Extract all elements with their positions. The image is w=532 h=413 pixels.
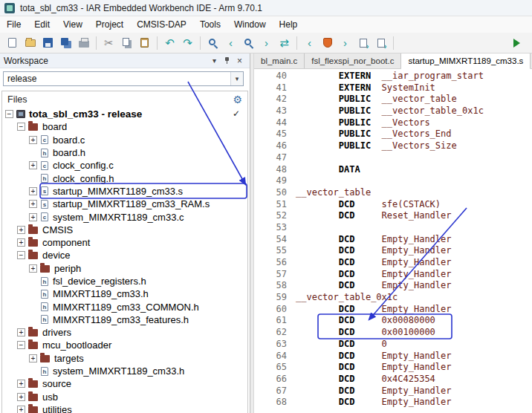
save-icon[interactable] — [39, 35, 56, 51]
code-line[interactable]: 41 EXTERN SystemInit — [254, 82, 532, 94]
code-line[interactable]: 64 DCD Empty_Handler — [254, 351, 532, 362]
code-line[interactable]: 57 DCD Empty_Handler — [254, 269, 532, 281]
save-all-icon[interactable] — [57, 35, 74, 51]
code-line[interactable]: 47 — [254, 152, 532, 164]
code-line[interactable]: 60 DCD Empty_Handler — [254, 304, 532, 316]
code-line[interactable]: 54 DCD Empty_Handler — [254, 234, 532, 246]
tab-startup-mimxrt1189-cm33-s[interactable]: startup_MIMXRT1189_cm33.s — [401, 53, 531, 69]
line-number[interactable]: 44 — [254, 117, 296, 129]
code-line[interactable]: 66 DCD 0x4C425354 — [254, 374, 532, 386]
tree-item-clock-config-h[interactable]: hclock_config.h — [2, 172, 247, 184]
code-line[interactable]: 52 DCD Reset_Handler — [254, 210, 532, 222]
code-line[interactable]: 48 DATA — [254, 164, 532, 176]
open-header-source-icon[interactable] — [354, 35, 372, 51]
paste-icon[interactable] — [136, 35, 153, 51]
code-line[interactable]: 49 — [254, 175, 532, 187]
expand-icon[interactable]: + — [17, 380, 25, 388]
tree-item-source[interactable]: +source — [2, 377, 247, 390]
code-line[interactable]: 61 DCD 0x00080000 — [254, 315, 532, 327]
expand-icon[interactable]: + — [17, 238, 25, 247]
tree-item-board-h[interactable]: hboard.h — [2, 146, 247, 159]
line-number[interactable]: 67 — [254, 386, 296, 397]
tree-item-mimxrt1189-cm33-features-h[interactable]: hMIMXRT1189_cm33_features.h — [2, 313, 247, 326]
line-number[interactable]: 62 — [254, 327, 296, 339]
line-number[interactable]: 58 — [254, 280, 296, 292]
tree-item-usb[interactable]: +usb — [2, 391, 247, 403]
line-number[interactable]: 49 — [254, 175, 296, 187]
code-area[interactable]: 40 EXTERN __iar_program_start41 EXTERN S… — [254, 69, 532, 413]
find-in-files-icon[interactable] — [240, 35, 257, 51]
code-line[interactable]: 62 DCD 0x00100000 — [254, 327, 532, 339]
tree-item-component[interactable]: +component — [2, 236, 247, 249]
gear-icon[interactable]: ⚙ — [233, 94, 242, 105]
menu-edit[interactable]: Edit — [27, 17, 56, 32]
configuration-dropdown[interactable]: release ▾ — [3, 71, 244, 86]
tab-bl-main-c[interactable]: bl_main.c — [254, 53, 305, 68]
code-line[interactable]: 59__vector_table_0x1c — [254, 292, 532, 304]
menu-project[interactable]: Project — [89, 17, 130, 32]
dropdown-arrow-icon[interactable]: ▾ — [230, 72, 243, 85]
cut-icon[interactable]: ✂ — [100, 35, 117, 51]
expand-icon[interactable]: + — [17, 328, 25, 336]
pin-icon[interactable] — [221, 55, 233, 67]
tree-item-system-mimxrt1189-cm33-c[interactable]: +csystem_MIMXRT1189_cm33.c — [2, 210, 247, 223]
line-number[interactable]: 54 — [254, 234, 296, 246]
tree-item-startup-mimxrt1189-cm33-ram-s[interactable]: +sstartup_MIMXRT1189_cm33_RAM.s — [2, 198, 247, 210]
line-number[interactable]: 43 — [254, 105, 296, 117]
line-number[interactable]: 68 — [254, 397, 296, 409]
line-number[interactable]: 47 — [254, 152, 296, 164]
tree-item-mimxrt1189-cm33-h[interactable]: hMIMXRT1189_cm33.h — [2, 287, 247, 300]
navigate-back-icon[interactable]: ‹ — [301, 35, 318, 51]
line-number[interactable]: 53 — [254, 222, 296, 234]
tree-item-board[interactable]: −board — [2, 120, 247, 133]
menu-window[interactable]: Window — [227, 17, 273, 32]
toggle-header-icon[interactable] — [372, 35, 389, 51]
code-line[interactable]: 42 PUBLIC __vector_table — [254, 94, 532, 105]
line-number[interactable]: 59 — [254, 292, 296, 304]
collapse-icon[interactable]: − — [17, 251, 25, 259]
line-number[interactable]: 55 — [254, 245, 296, 257]
menu-help[interactable]: Help — [273, 17, 305, 32]
collapse-icon[interactable]: − — [17, 341, 25, 349]
tree-item-tota-sbl-cm33-release[interactable]: −tota_sbl_cm33 - release✓ — [2, 108, 247, 120]
line-number[interactable]: 42 — [254, 94, 296, 105]
code-line[interactable]: 40 EXTERN __iar_program_start — [254, 71, 532, 82]
line-number[interactable]: 65 — [254, 362, 296, 374]
line-number[interactable]: 46 — [254, 140, 296, 152]
copy-icon[interactable] — [118, 35, 135, 51]
code-line[interactable]: 63 DCD 0 — [254, 339, 532, 351]
line-number[interactable]: 40 — [254, 71, 296, 82]
line-number[interactable]: 60 — [254, 304, 296, 316]
code-line[interactable]: 68 DCD Empty_Handler — [254, 397, 532, 409]
expand-icon[interactable]: + — [29, 264, 37, 273]
code-line[interactable]: 53 — [254, 222, 532, 234]
menu-tools[interactable]: Tools — [193, 17, 227, 32]
code-line[interactable]: 43 PUBLIC __vector_table_0x1c — [254, 105, 532, 117]
download-and-debug-icon[interactable] — [508, 35, 525, 51]
tree-item-mcu-bootloader[interactable]: −mcu_bootloader — [2, 339, 247, 351]
code-line[interactable]: 50__vector_table — [254, 187, 532, 199]
code-line[interactable]: 56 DCD Empty_Handler — [254, 257, 532, 269]
line-number[interactable]: 51 — [254, 199, 296, 211]
tree-item-periph[interactable]: +periph — [2, 262, 247, 275]
find-next-icon[interactable]: › — [258, 35, 275, 51]
print-icon[interactable] — [75, 35, 92, 51]
line-number[interactable]: 45 — [254, 129, 296, 140]
menu-file[interactable]: File — [0, 17, 27, 32]
line-number[interactable]: 52 — [254, 210, 296, 222]
replace-icon[interactable]: ⇄ — [276, 35, 293, 51]
tree-item-utilities[interactable]: +utilities — [2, 403, 247, 413]
line-number[interactable]: 63 — [254, 339, 296, 351]
redo-icon[interactable]: ↷ — [179, 35, 196, 51]
tree-item-system-mimxrt1189-cm33-h[interactable]: hsystem_MIMXRT1189_cm33.h — [2, 365, 247, 377]
code-line[interactable]: 65 DCD Empty_Handler — [254, 362, 532, 374]
download-flash-icon[interactable] — [319, 35, 336, 51]
line-number[interactable]: 64 — [254, 351, 296, 362]
tree-item-fsl-device-registers-h[interactable]: hfsl_device_registers.h — [2, 275, 247, 287]
tree-item-device[interactable]: −device — [2, 249, 247, 261]
code-line[interactable]: 51 DCD sfe(CSTACK) — [254, 199, 532, 211]
line-number[interactable]: 57 — [254, 269, 296, 281]
tab-fsl-flexspi-nor-boot-c[interactable]: fsl_flexspi_nor_boot.c — [305, 53, 401, 68]
collapse-icon[interactable]: − — [5, 110, 13, 118]
expand-icon[interactable]: + — [17, 226, 25, 234]
